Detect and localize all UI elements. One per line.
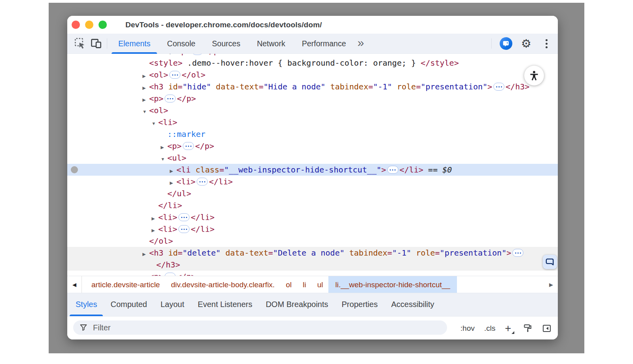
node-ul-open[interactable]: ▼<ul> <box>67 152 558 164</box>
collapse-arrow-icon[interactable]: ▼ <box>161 153 167 165</box>
expand-arrow-icon[interactable]: ▶ <box>142 70 149 82</box>
devtools-window: DevTools - developer.chrome.com/docs/dev… <box>67 16 558 339</box>
code-token-text <box>345 248 349 258</box>
node-marker-pseudo[interactable]: ::marker <box>67 128 558 140</box>
expand-arrow-icon[interactable]: ▶ <box>152 212 158 224</box>
code-token-tag: = <box>259 82 263 91</box>
code-token-val: "hide" <box>182 82 211 91</box>
tab-network[interactable]: Network <box>248 34 294 53</box>
ai-assistant-floating-button[interactable] <box>543 255 557 269</box>
node-style[interactable]: <style> .demo--hover:hover { background-… <box>67 57 558 69</box>
node-partial-top[interactable]: ▶<p></p> <box>67 54 558 57</box>
node-ol-open[interactable]: ▼<ol> <box>67 104 558 116</box>
expand-children-ellipsis-icon[interactable] <box>197 178 208 186</box>
ai-assistant-icon[interactable] <box>500 37 512 50</box>
code-token-val: "-1" <box>373 82 392 91</box>
expand-arrow-icon[interactable]: ▶ <box>170 165 176 177</box>
code-token-tag: = <box>435 248 440 258</box>
breadcrumb-scroll-right-icon[interactable]: ▶ <box>544 276 558 293</box>
node-li-selected[interactable]: ▶<li class="__web-inspector-hide-shortcu… <box>67 164 558 176</box>
more-tabs-icon[interactable]: » <box>354 34 368 53</box>
expand-children-ellipsis-icon[interactable] <box>387 166 398 174</box>
node-ol-collapsed[interactable]: ▶<ol></ol> <box>67 69 558 81</box>
collapse-arrow-icon[interactable]: ▼ <box>152 118 158 129</box>
paint-roller-icon[interactable] <box>523 324 533 333</box>
breadcrumb-item[interactable]: ul <box>312 276 329 293</box>
sidebar-tab-properties[interactable]: Properties <box>335 293 385 316</box>
expand-children-ellipsis-icon[interactable] <box>169 71 180 79</box>
node-li-open[interactable]: ▼<li> <box>67 116 558 128</box>
sidebar-tab-layout[interactable]: Layout <box>154 293 191 316</box>
breadcrumb-item[interactable]: li.__web-inspector-hide-shortcut__ <box>328 276 457 293</box>
expand-children-ellipsis-icon[interactable] <box>183 142 194 150</box>
tab-performance[interactable]: Performance <box>294 34 354 53</box>
expand-children-ellipsis-icon[interactable] <box>165 273 176 276</box>
sidebar-tab-styles[interactable]: Styles <box>69 293 104 316</box>
tab-elements[interactable]: Elements <box>110 34 159 53</box>
tab-sources[interactable]: Sources <box>204 34 249 53</box>
code-token-tag: </li> <box>400 165 423 174</box>
code-token-tag: = <box>416 82 421 91</box>
expand-arrow-icon[interactable]: ▶ <box>161 141 167 153</box>
sidebar-tab-accessibility[interactable]: Accessibility <box>385 293 441 316</box>
settings-gear-icon[interactable]: ⚙ <box>519 36 533 51</box>
node-li-4[interactable]: ▶<li></li> <box>67 223 558 235</box>
code-token-tag: </li> <box>191 224 214 234</box>
expand-children-ellipsis-icon[interactable] <box>192 54 203 55</box>
filter-input[interactable] <box>92 323 447 333</box>
node-ol-close[interactable]: </ol> <box>67 235 558 247</box>
breadcrumb-scroll-left-icon[interactable]: ◀ <box>67 276 82 293</box>
code-token-tag: </h3> <box>506 82 529 91</box>
node-h3-delete[interactable]: ▶<h3 id="delete" data-text="Delete a nod… <box>67 247 558 259</box>
code-token-val: "-1" <box>392 248 411 258</box>
expand-children-ellipsis-icon[interactable] <box>165 95 176 102</box>
expand-children-ellipsis-icon[interactable] <box>178 225 190 233</box>
node-li-sibling[interactable]: ▶<li></li> <box>67 176 558 188</box>
breadcrumb-item[interactable]: div.devsite-article-body.clearfix. <box>165 276 280 293</box>
expand-arrow-icon[interactable]: ▶ <box>142 272 149 276</box>
accessibility-icon[interactable] <box>524 66 544 85</box>
close-button[interactable] <box>72 21 80 29</box>
sidebar-tab-computed[interactable]: Computed <box>104 293 154 316</box>
traffic-lights <box>72 21 107 29</box>
node-li-close[interactable]: </li> <box>67 199 558 211</box>
breadcrumb-item[interactable]: li <box>297 276 311 293</box>
code-token-attr: id <box>168 82 178 91</box>
code-token-text <box>326 82 330 91</box>
sidebar-tab-dom-breakpoints[interactable]: DOM Breakpoints <box>259 293 335 316</box>
node-p2-collapsed[interactable]: ▶<p></p> <box>67 140 558 152</box>
code-token-tag: <h3 <box>149 82 168 91</box>
new-style-rule-button[interactable]: + <box>505 324 514 333</box>
node-ul-close[interactable]: </ul> <box>67 188 558 199</box>
toggle-sidebar-icon[interactable] <box>542 324 552 333</box>
tab-console[interactable]: Console <box>159 34 204 53</box>
device-toolbar-icon[interactable] <box>89 37 103 50</box>
minimize-button[interactable] <box>85 21 93 29</box>
expand-arrow-icon[interactable]: ▶ <box>142 248 149 260</box>
breadcrumb-item[interactable]: article.devsite-article <box>86 276 165 293</box>
sidebar-tab-event-listeners[interactable]: Event Listeners <box>191 293 259 316</box>
toggle-class-button[interactable]: .cls <box>484 324 496 333</box>
node-partial-bottom[interactable]: ▶<p></p> <box>67 271 558 276</box>
expand-children-ellipsis-icon[interactable] <box>493 83 504 91</box>
window-title: DevTools - developer.chrome.com/docs/dev… <box>125 21 322 29</box>
code-token-attr: id <box>168 248 178 258</box>
node-p-collapsed[interactable]: ▶<p></p> <box>67 93 558 104</box>
inspect-icon[interactable] <box>74 37 87 50</box>
expand-arrow-icon[interactable]: ▶ <box>142 82 149 94</box>
more-menu-kebab-icon[interactable] <box>541 37 552 50</box>
node-li-3[interactable]: ▶<li></li> <box>67 211 558 223</box>
node-h3-delete-close[interactable]: </h3> <box>67 259 558 271</box>
expand-arrow-icon[interactable]: ▶ <box>170 177 176 189</box>
expand-children-ellipsis-icon[interactable] <box>512 249 523 257</box>
collapse-arrow-icon[interactable]: ▼ <box>142 106 149 118</box>
breadcrumb-item[interactable]: ol <box>280 276 297 293</box>
filter-pill[interactable] <box>73 320 447 335</box>
toggle-element-state-button[interactable]: :hov <box>461 324 475 333</box>
expand-arrow-icon[interactable]: ▶ <box>152 224 158 236</box>
code-token-tag: <p> <box>149 272 163 276</box>
expand-children-ellipsis-icon[interactable] <box>178 213 190 221</box>
expand-arrow-icon[interactable]: ▶ <box>142 94 149 106</box>
zoom-button[interactable] <box>99 21 107 29</box>
node-h3-hide[interactable]: ▶<h3 id="hide" data-text="Hide a node" t… <box>67 81 558 93</box>
